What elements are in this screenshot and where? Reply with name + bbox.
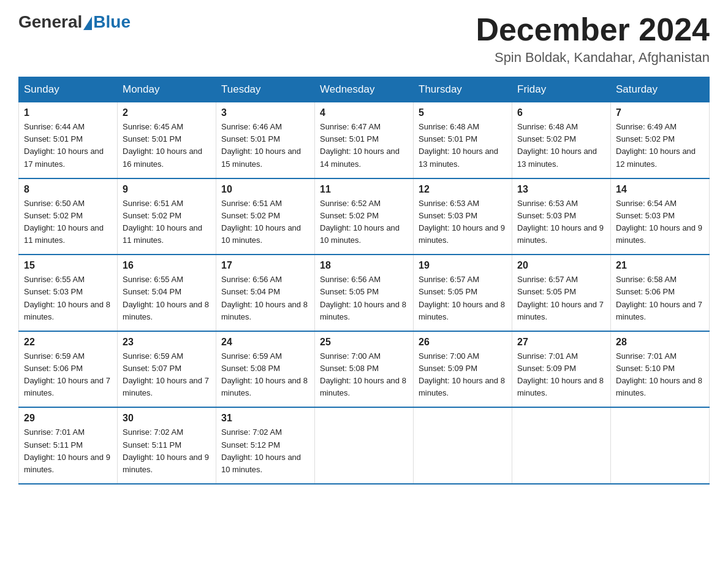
- calendar-cell: 12 Sunrise: 6:53 AMSunset: 5:03 PMDaylig…: [414, 178, 512, 255]
- logo: General Blue: [18, 12, 131, 32]
- day-number: 16: [123, 260, 211, 271]
- day-number: 17: [221, 260, 309, 271]
- day-number: 28: [616, 337, 704, 348]
- day-number: 27: [517, 337, 605, 348]
- calendar-cell: [512, 407, 611, 484]
- calendar-cell: 30 Sunrise: 7:02 AMSunset: 5:11 PMDaylig…: [118, 407, 216, 484]
- day-number: 23: [123, 337, 211, 348]
- day-number: 14: [616, 184, 704, 195]
- calendar-cell: 29 Sunrise: 7:01 AMSunset: 5:11 PMDaylig…: [19, 407, 118, 484]
- day-info: Sunrise: 6:54 AMSunset: 5:03 PMDaylight:…: [616, 197, 704, 247]
- day-number: 10: [221, 184, 309, 195]
- day-info: Sunrise: 6:44 AMSunset: 5:01 PMDaylight:…: [24, 121, 112, 170]
- calendar-week-row: 29 Sunrise: 7:01 AMSunset: 5:11 PMDaylig…: [19, 407, 710, 484]
- calendar-cell: 31 Sunrise: 7:02 AMSunset: 5:12 PMDaylig…: [216, 407, 315, 484]
- calendar-cell: 9 Sunrise: 6:51 AMSunset: 5:02 PMDayligh…: [118, 178, 216, 255]
- calendar-cell: 2 Sunrise: 6:45 AMSunset: 5:01 PMDayligh…: [118, 102, 216, 178]
- calendar-cell: 27 Sunrise: 7:01 AMSunset: 5:09 PMDaylig…: [512, 331, 611, 408]
- day-number: 4: [320, 107, 408, 118]
- day-info: Sunrise: 6:47 AMSunset: 5:01 PMDaylight:…: [320, 121, 408, 170]
- day-number: 8: [24, 184, 112, 195]
- day-info: Sunrise: 6:53 AMSunset: 5:03 PMDaylight:…: [517, 197, 605, 247]
- calendar-cell: [414, 407, 512, 484]
- day-info: Sunrise: 6:48 AMSunset: 5:01 PMDaylight:…: [419, 121, 507, 170]
- calendar-cell: 10 Sunrise: 6:51 AMSunset: 5:02 PMDaylig…: [216, 178, 315, 255]
- day-info: Sunrise: 6:57 AMSunset: 5:05 PMDaylight:…: [517, 274, 605, 323]
- day-info: Sunrise: 7:01 AMSunset: 5:09 PMDaylight:…: [517, 350, 605, 400]
- day-number: 19: [419, 260, 507, 271]
- calendar-cell: 5 Sunrise: 6:48 AMSunset: 5:01 PMDayligh…: [414, 102, 512, 178]
- day-number: 31: [221, 413, 309, 424]
- day-number: 1: [24, 107, 112, 118]
- day-info: Sunrise: 6:51 AMSunset: 5:02 PMDaylight:…: [221, 197, 309, 247]
- day-number: 21: [616, 260, 704, 271]
- day-info: Sunrise: 6:49 AMSunset: 5:02 PMDaylight:…: [616, 121, 704, 170]
- day-number: 20: [517, 260, 605, 271]
- calendar-header-saturday: Saturday: [611, 77, 710, 102]
- day-number: 2: [123, 107, 211, 118]
- day-info: Sunrise: 7:00 AMSunset: 5:09 PMDaylight:…: [419, 350, 507, 400]
- location-title: Spin Boldak, Kandahar, Afghanistan: [476, 50, 710, 66]
- day-number: 3: [221, 107, 309, 118]
- day-number: 15: [24, 260, 112, 271]
- calendar-week-row: 15 Sunrise: 6:55 AMSunset: 5:03 PMDaylig…: [19, 255, 710, 331]
- calendar-cell: 8 Sunrise: 6:50 AMSunset: 5:02 PMDayligh…: [19, 178, 118, 255]
- calendar-header-friday: Friday: [512, 77, 611, 102]
- day-info: Sunrise: 6:55 AMSunset: 5:04 PMDaylight:…: [123, 274, 211, 323]
- day-info: Sunrise: 6:48 AMSunset: 5:02 PMDaylight:…: [517, 121, 605, 170]
- calendar-header-tuesday: Tuesday: [216, 77, 315, 102]
- day-number: 7: [616, 107, 704, 118]
- calendar-header-monday: Monday: [118, 77, 216, 102]
- calendar-cell: 11 Sunrise: 6:52 AMSunset: 5:02 PMDaylig…: [315, 178, 414, 255]
- calendar-cell: 19 Sunrise: 6:57 AMSunset: 5:05 PMDaylig…: [414, 255, 512, 331]
- calendar-cell: 20 Sunrise: 6:57 AMSunset: 5:05 PMDaylig…: [512, 255, 611, 331]
- calendar-cell: 16 Sunrise: 6:55 AMSunset: 5:04 PMDaylig…: [118, 255, 216, 331]
- calendar-cell: [611, 407, 710, 484]
- day-info: Sunrise: 6:56 AMSunset: 5:04 PMDaylight:…: [221, 274, 309, 323]
- day-number: 5: [419, 107, 507, 118]
- calendar-cell: 7 Sunrise: 6:49 AMSunset: 5:02 PMDayligh…: [611, 102, 710, 178]
- month-title: December 2024: [476, 12, 710, 47]
- day-number: 13: [517, 184, 605, 195]
- day-info: Sunrise: 6:45 AMSunset: 5:01 PMDaylight:…: [123, 121, 211, 170]
- day-info: Sunrise: 6:56 AMSunset: 5:05 PMDaylight:…: [320, 274, 408, 323]
- day-info: Sunrise: 6:53 AMSunset: 5:03 PMDaylight:…: [419, 197, 507, 247]
- day-number: 12: [419, 184, 507, 195]
- day-number: 9: [123, 184, 211, 195]
- calendar-cell: 24 Sunrise: 6:59 AMSunset: 5:08 PMDaylig…: [216, 331, 315, 408]
- calendar-cell: 4 Sunrise: 6:47 AMSunset: 5:01 PMDayligh…: [315, 102, 414, 178]
- calendar-week-row: 22 Sunrise: 6:59 AMSunset: 5:06 PMDaylig…: [19, 331, 710, 408]
- calendar-cell: 22 Sunrise: 6:59 AMSunset: 5:06 PMDaylig…: [19, 331, 118, 408]
- calendar-cell: 26 Sunrise: 7:00 AMSunset: 5:09 PMDaylig…: [414, 331, 512, 408]
- page-header: General Blue December 2024 Spin Boldak, …: [18, 12, 710, 66]
- day-info: Sunrise: 6:51 AMSunset: 5:02 PMDaylight:…: [123, 197, 211, 247]
- calendar-cell: [315, 407, 414, 484]
- calendar-cell: 3 Sunrise: 6:46 AMSunset: 5:01 PMDayligh…: [216, 102, 315, 178]
- calendar-cell: 14 Sunrise: 6:54 AMSunset: 5:03 PMDaylig…: [611, 178, 710, 255]
- day-info: Sunrise: 7:00 AMSunset: 5:08 PMDaylight:…: [320, 350, 408, 400]
- day-info: Sunrise: 6:59 AMSunset: 5:07 PMDaylight:…: [123, 350, 211, 400]
- calendar-cell: 6 Sunrise: 6:48 AMSunset: 5:02 PMDayligh…: [512, 102, 611, 178]
- day-number: 18: [320, 260, 408, 271]
- calendar-cell: 13 Sunrise: 6:53 AMSunset: 5:03 PMDaylig…: [512, 178, 611, 255]
- calendar-week-row: 8 Sunrise: 6:50 AMSunset: 5:02 PMDayligh…: [19, 178, 710, 255]
- day-number: 6: [517, 107, 605, 118]
- calendar-header-wednesday: Wednesday: [315, 77, 414, 102]
- day-info: Sunrise: 6:59 AMSunset: 5:06 PMDaylight:…: [24, 350, 112, 400]
- day-info: Sunrise: 6:52 AMSunset: 5:02 PMDaylight:…: [320, 197, 408, 247]
- logo-general-text: General: [18, 12, 82, 32]
- day-number: 22: [24, 337, 112, 348]
- day-info: Sunrise: 6:57 AMSunset: 5:05 PMDaylight:…: [419, 274, 507, 323]
- calendar-cell: 25 Sunrise: 7:00 AMSunset: 5:08 PMDaylig…: [315, 331, 414, 408]
- day-info: Sunrise: 6:46 AMSunset: 5:01 PMDaylight:…: [221, 121, 309, 170]
- day-info: Sunrise: 7:01 AMSunset: 5:11 PMDaylight:…: [24, 426, 112, 476]
- calendar-header-sunday: Sunday: [19, 77, 118, 102]
- title-section: December 2024 Spin Boldak, Kandahar, Afg…: [476, 12, 710, 66]
- day-info: Sunrise: 6:50 AMSunset: 5:02 PMDaylight:…: [24, 197, 112, 247]
- calendar-header-thursday: Thursday: [414, 77, 512, 102]
- calendar-cell: 21 Sunrise: 6:58 AMSunset: 5:06 PMDaylig…: [611, 255, 710, 331]
- calendar-cell: 15 Sunrise: 6:55 AMSunset: 5:03 PMDaylig…: [19, 255, 118, 331]
- day-number: 11: [320, 184, 408, 195]
- calendar-table: SundayMondayTuesdayWednesdayThursdayFrid…: [18, 77, 710, 484]
- calendar-cell: 28 Sunrise: 7:01 AMSunset: 5:10 PMDaylig…: [611, 331, 710, 408]
